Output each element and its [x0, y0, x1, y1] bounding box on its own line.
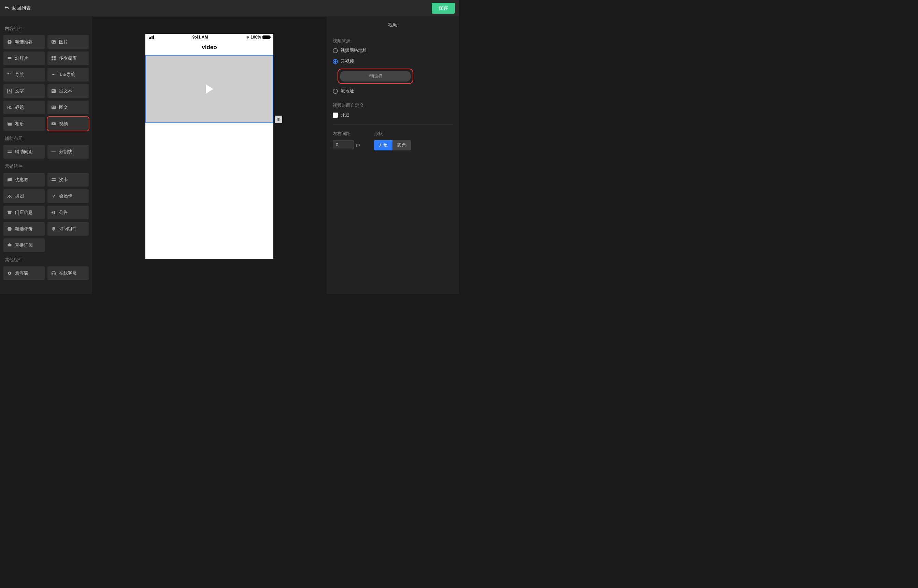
- status-time: 9:41 AM: [193, 35, 208, 40]
- battery-icon: [262, 36, 270, 39]
- component-label: 图文: [59, 104, 68, 110]
- bell-icon: [51, 226, 56, 232]
- select-video-button[interactable]: +请选择: [340, 71, 411, 81]
- component-label: 辅助间距: [15, 149, 33, 155]
- save-button[interactable]: 保存: [432, 3, 455, 14]
- svg-rect-30: [52, 179, 56, 180]
- section-title: 其他组件: [5, 257, 89, 263]
- component-label: 视频: [59, 121, 68, 127]
- bluetooth-icon: ✲: [246, 36, 249, 39]
- component-dots[interactable]: Tab导航: [47, 68, 89, 81]
- svg-rect-20: [52, 107, 53, 107]
- delete-component-button[interactable]: [275, 116, 282, 123]
- video-component[interactable]: [146, 55, 274, 123]
- heading-icon: H1: [7, 105, 12, 110]
- component-image-text[interactable]: 图文: [47, 101, 89, 114]
- svg-rect-34: [8, 244, 11, 246]
- component-float[interactable]: 悬浮窗: [3, 267, 45, 280]
- service-icon: [51, 270, 56, 276]
- svg-rect-21: [54, 107, 55, 107]
- richtext-icon: [51, 88, 56, 94]
- component-slideshow[interactable]: 幻灯片: [3, 52, 45, 65]
- component-review[interactable]: 精选评价: [3, 222, 45, 236]
- component-richtext[interactable]: 富文本: [47, 84, 89, 98]
- component-label: 拼团: [15, 193, 24, 199]
- radio-icon: [333, 48, 338, 53]
- source-option-url[interactable]: 视频网络地址: [333, 47, 453, 53]
- play-icon: [206, 84, 213, 94]
- margin-input[interactable]: [333, 140, 354, 149]
- shape-square-button[interactable]: 方角: [374, 140, 392, 150]
- svg-rect-6: [54, 56, 56, 58]
- component-label: 直播订阅: [15, 242, 33, 248]
- store-icon: [7, 210, 12, 215]
- component-spacer[interactable]: 辅助间距: [3, 145, 45, 158]
- option-label: 流地址: [341, 88, 354, 94]
- component-vip[interactable]: V会员卡: [47, 189, 89, 203]
- coupon-icon: [7, 177, 12, 183]
- svg-rect-22: [54, 107, 55, 107]
- component-grid[interactable]: 多变橱窗: [47, 52, 89, 65]
- component-label: 相册: [15, 121, 24, 127]
- card-icon: [51, 177, 56, 183]
- component-label: 优惠券: [15, 177, 28, 183]
- star-badge-icon: [7, 39, 12, 45]
- component-line[interactable]: 分割线: [47, 145, 89, 158]
- option-label: 视频网络地址: [341, 47, 367, 53]
- component-bell[interactable]: 订阅组件: [47, 222, 89, 236]
- svg-rect-5: [52, 56, 53, 58]
- component-label: Tab导航: [59, 72, 75, 78]
- component-nav[interactable]: 导航: [3, 68, 45, 81]
- source-option-stream[interactable]: 流地址: [333, 88, 453, 94]
- cover-enable-checkbox[interactable]: 开启: [333, 112, 453, 118]
- component-group[interactable]: 拼团: [3, 189, 45, 203]
- source-label: 视频来源: [333, 38, 453, 44]
- component-label: 订阅组件: [59, 226, 77, 232]
- component-live[interactable]: 直播订阅: [3, 238, 45, 252]
- option-label: 云视频: [341, 58, 354, 65]
- component-coupon[interactable]: 优惠券: [3, 173, 45, 187]
- margin-label: 左右间距: [333, 131, 360, 137]
- signal-icon: [149, 36, 154, 39]
- svg-rect-8: [54, 59, 56, 60]
- divider: [333, 124, 453, 124]
- section-title: 辅助布局: [5, 136, 89, 142]
- shape-round-button[interactable]: 圆角: [392, 140, 411, 150]
- svg-rect-10: [10, 73, 11, 74]
- source-option-cloud[interactable]: 云视频: [333, 58, 453, 65]
- shape-segmented: 方角 圆角: [374, 140, 411, 150]
- svg-rect-27: [8, 152, 11, 153]
- component-label: 次卡: [59, 177, 68, 183]
- component-card[interactable]: 次卡: [47, 173, 89, 187]
- component-image[interactable]: 图片: [47, 35, 89, 49]
- back-button[interactable]: 返回列表: [4, 5, 31, 11]
- component-album[interactable]: 相册: [3, 117, 45, 131]
- text-a-icon: [7, 88, 12, 94]
- panel-title: 视频: [327, 17, 459, 34]
- review-icon: [7, 226, 12, 232]
- radio-icon: [333, 89, 338, 94]
- component-label: 精选评价: [15, 226, 33, 232]
- component-label: 会员卡: [59, 193, 72, 199]
- image-icon: [51, 39, 56, 45]
- slideshow-icon: [7, 56, 12, 61]
- component-service[interactable]: 在线客服: [47, 267, 89, 280]
- component-text-a[interactable]: 文字: [3, 84, 45, 98]
- component-video[interactable]: 视频: [47, 117, 89, 131]
- svg-rect-7: [52, 59, 53, 60]
- component-megaphone[interactable]: 公告: [47, 206, 89, 219]
- float-icon: [7, 270, 12, 276]
- component-store[interactable]: 门店信息: [3, 206, 45, 219]
- component-star-badge[interactable]: 精选推荐: [3, 35, 45, 49]
- component-heading[interactable]: H1标题: [3, 101, 45, 114]
- image-text-icon: [51, 105, 56, 110]
- component-label: 在线客服: [59, 270, 77, 276]
- trash-icon: [277, 117, 280, 121]
- component-label: 富文本: [59, 88, 72, 94]
- svg-point-32: [10, 195, 11, 197]
- component-label: 多变橱窗: [59, 55, 77, 61]
- page-title: video: [146, 40, 274, 55]
- vip-icon: V: [51, 193, 56, 199]
- back-label: 返回列表: [11, 5, 31, 11]
- svg-rect-9: [8, 73, 9, 74]
